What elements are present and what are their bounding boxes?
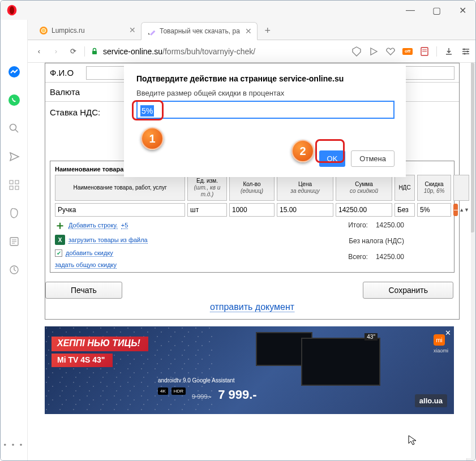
fio-label: Ф.И.О [50, 68, 74, 77]
plus-icon: ＋ [55, 220, 65, 230]
svg-point-21 [10, 124, 16, 131]
item-price-input[interactable] [277, 203, 333, 217]
nav-back-button[interactable]: ‹ [33, 46, 45, 57]
sidebar-history-icon[interactable] [7, 263, 21, 277]
ext-off-badge-icon[interactable]: off [402, 46, 413, 57]
ad-close-icon[interactable]: ✕ [444, 329, 452, 337]
svg-rect-26 [10, 186, 13, 189]
totals: Итого:14250.00 Без налога (НДС) Всего:14… [348, 220, 449, 261]
url-text: service-online.su/forms/buh/tovarnyiy-ch… [103, 47, 255, 56]
annotation-callout-1: 1 [141, 127, 164, 150]
window-controls: — ▢ ✕ [397, 1, 475, 20]
svg-point-16 [464, 48, 465, 50]
add-row-link[interactable]: ＋ Добавить строку. +5 [55, 220, 148, 230]
item-discount-input[interactable] [417, 203, 451, 217]
dialog-message: Введите размер общей скидки в процентах [136, 89, 394, 97]
item-sum-input[interactable] [336, 203, 392, 217]
svg-rect-25 [15, 180, 19, 184]
dialog-title: Подтвердите действие на странице service… [136, 74, 394, 83]
sidebar: • • • [1, 20, 28, 460]
save-button[interactable]: Сохранить [363, 282, 453, 299]
print-button[interactable]: Печать [45, 282, 122, 299]
easy-setup-icon[interactable] [461, 46, 471, 57]
col-discount: Скидка10р, 6% [417, 175, 451, 201]
js-prompt-dialog: Подтвердите действие на странице service… [124, 64, 406, 177]
url-field[interactable]: service-online.su/forms/buh/tovarnyiy-ch… [91, 47, 346, 56]
ad-allo-badge[interactable]: allo.ua [415, 394, 447, 407]
dialog-cancel-button[interactable]: Отмена [351, 150, 394, 167]
ad-headline: ХЕППI НЬЮ ТИЦЬ! [52, 337, 148, 351]
ad-banner[interactable]: ХЕППI НЬЮ ТИЦЬ! Mi TV 4S 43" androidtv 9… [45, 326, 454, 414]
checkbox-icon[interactable]: ✔ [55, 249, 62, 257]
heart-icon[interactable] [385, 46, 396, 57]
item-reorder-button[interactable]: ▲▼ [459, 204, 469, 216]
items-actions: ＋ Добавить строку. +5 X загрузить товары… [55, 220, 449, 269]
vpn-icon[interactable] [351, 46, 362, 57]
tab-close-icon[interactable]: ✕ [128, 26, 136, 34]
sidebar-search-icon[interactable] [7, 122, 21, 135]
annotation-callout-2: 2 [291, 140, 314, 162]
svg-rect-24 [10, 180, 13, 184]
send-document-link[interactable]: отправить документ [210, 302, 294, 312]
items-section: Наименование товара, работ, услуг, подле… [50, 161, 454, 273]
window-minimize-button[interactable]: — [397, 1, 423, 20]
new-tab-button[interactable]: + [260, 23, 276, 38]
ad-product: Mi TV 4S 43" [52, 354, 113, 367]
sidebar-bookmarks-icon[interactable] [7, 206, 21, 220]
load-excel-link[interactable]: X загрузить товары из файла [55, 235, 148, 245]
svg-rect-27 [15, 186, 19, 189]
ad-price: 9 999.- 7 999.- [192, 387, 257, 402]
sidebar-speeddial-icon[interactable] [7, 178, 21, 192]
vsego-label: Всего: [348, 253, 368, 261]
item-delete-button[interactable]: − [453, 204, 458, 216]
titlebar: — ▢ ✕ [1, 1, 475, 20]
notax-label: Без налога (НДС) [349, 237, 404, 245]
pencil-favicon-icon [147, 27, 156, 36]
window-maximize-button[interactable]: ▢ [423, 1, 449, 20]
ext-note-icon[interactable] [419, 46, 430, 57]
svg-rect-5 [150, 31, 155, 36]
tab-service-online[interactable]: Товарный чек скачать, ра ✕ [141, 22, 258, 40]
window-close-button[interactable]: ✕ [449, 1, 475, 20]
item-nds-input[interactable] [394, 203, 415, 217]
sidebar-more-icon[interactable]: • • • [4, 441, 24, 449]
svg-point-1 [10, 6, 14, 14]
sidebar-flow-icon[interactable] [7, 150, 21, 163]
lumpics-favicon-icon [39, 26, 48, 35]
dialog-ok-button[interactable]: OK [319, 150, 346, 167]
dialog-buttons: OK Отмена [136, 150, 394, 167]
dialog-input-selection: 5% [140, 105, 154, 117]
tab-lumpics[interactable]: Lumpics.ru ✕ [33, 21, 141, 40]
ad-features: androidtv 9.0 Google Assistant [158, 377, 235, 384]
dialog-input[interactable] [136, 101, 394, 119]
sidebar-messenger-icon[interactable] [7, 65, 21, 79]
svg-point-17 [467, 50, 469, 52]
vsego-value: 14250.00 [376, 253, 404, 261]
tab-close-icon[interactable]: ✕ [245, 27, 252, 35]
svg-point-20 [8, 94, 20, 106]
ad-mi-label: xiaomi [434, 348, 448, 354]
item-name-input[interactable] [55, 203, 185, 217]
extension-icons: off [351, 46, 471, 57]
set-total-discount-link[interactable]: задать общую скидку [55, 261, 148, 269]
col-name: Наименование товара, работ, услуг [55, 175, 185, 201]
add-five-label: +5 [121, 222, 128, 229]
address-bar: ‹ › ⟳ service-online.su/forms/buh/tovarn… [1, 40, 475, 63]
nav-forward-button[interactable]: › [50, 46, 62, 57]
document-buttons: Печать Сохранить [45, 282, 459, 299]
nav-reload-button[interactable]: ⟳ [67, 46, 79, 57]
lock-icon [91, 48, 98, 55]
cursor-icon [408, 434, 419, 446]
sidebar-news-icon[interactable] [7, 235, 21, 248]
col-sum: Суммасо скидкой [336, 175, 392, 201]
item-unit-input[interactable] [187, 203, 227, 217]
download-icon[interactable] [444, 46, 454, 57]
svg-marker-8 [353, 47, 361, 56]
add-discount-link[interactable]: ✔ добавить скидку [55, 249, 148, 257]
adblock-play-icon[interactable] [368, 46, 379, 57]
sidebar-whatsapp-icon[interactable] [7, 93, 21, 107]
load-excel-label: загрузить товары из файла [68, 236, 148, 244]
itogo-value: 14250.00 [376, 221, 404, 229]
item-qty-input[interactable] [229, 203, 275, 217]
ad-tv-image-icon [301, 338, 380, 386]
